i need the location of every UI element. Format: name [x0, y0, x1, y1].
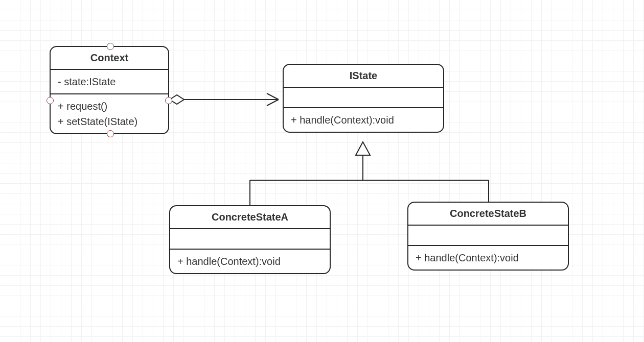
- class-name: Context: [51, 47, 168, 70]
- class-operations: + request() + setState(IState): [51, 94, 168, 133]
- resize-handle-top[interactable]: [107, 43, 114, 50]
- resize-handle-left[interactable]: [47, 97, 54, 104]
- operation: + handle(Context):void: [416, 250, 561, 265]
- class-concretestatea[interactable]: ConcreteStateA + handle(Context):void: [169, 205, 331, 274]
- class-operations: + handle(Context):void: [284, 108, 443, 132]
- class-istate[interactable]: IState + handle(Context):void: [283, 64, 444, 133]
- svg-marker-4: [356, 142, 370, 155]
- class-name: ConcreteStateB: [408, 203, 568, 226]
- class-attributes: - state:IState: [51, 70, 168, 94]
- class-context[interactable]: Context - state:IState + request() + set…: [50, 46, 169, 134]
- attribute: - state:IState: [58, 74, 161, 89]
- resize-handle-bottom[interactable]: [107, 130, 114, 137]
- diagram-canvas[interactable]: Context - state:IState + request() + set…: [0, 0, 644, 342]
- class-operations: + handle(Context):void: [170, 250, 330, 273]
- resize-handle-right[interactable]: [165, 97, 172, 104]
- class-attributes: [408, 226, 568, 246]
- operation: + setState(IState): [58, 114, 161, 129]
- class-name: IState: [284, 65, 443, 88]
- class-attributes: [170, 229, 330, 250]
- class-name: ConcreteStateA: [170, 206, 330, 229]
- operation: + handle(Context):void: [177, 254, 323, 269]
- class-operations: + handle(Context):void: [408, 246, 568, 270]
- operation: + handle(Context):void: [291, 112, 436, 128]
- operation: + request(): [58, 99, 161, 114]
- class-attributes: [284, 88, 443, 108]
- svg-line-2: [267, 93, 279, 100]
- svg-line-3: [267, 100, 279, 106]
- class-concretestateb[interactable]: ConcreteStateB + handle(Context):void: [407, 202, 569, 271]
